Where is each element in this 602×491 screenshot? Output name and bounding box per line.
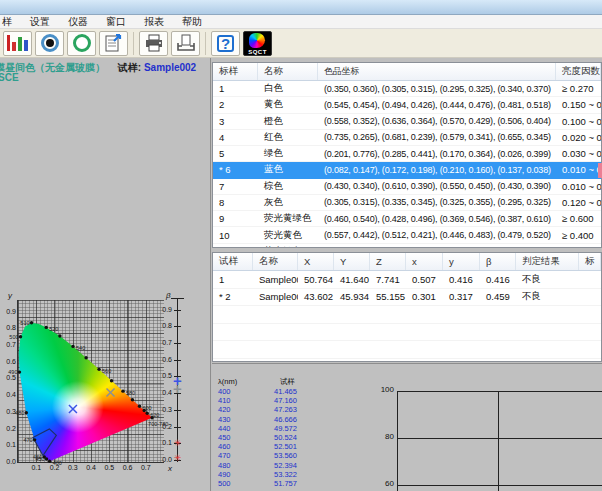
sample-cell bbox=[579, 271, 601, 288]
samples-col-header[interactable]: y bbox=[443, 253, 480, 270]
menu-item-3[interactable]: 窗口 bbox=[97, 15, 135, 29]
spectral-row: 41047.160 bbox=[212, 396, 362, 405]
standards-table-header: 标样名称色品坐标亮度因数 bbox=[213, 63, 601, 81]
wavelength-value: 450 bbox=[212, 433, 274, 442]
standards-table-row[interactable]: * 6蓝色(0.082, 0.147), (0.172, 0.198), (0.… bbox=[213, 162, 601, 178]
chart-view-button[interactable] bbox=[3, 31, 32, 56]
samples-col-header[interactable]: 判定结果 bbox=[516, 253, 579, 270]
menu-item-1[interactable]: 设置 bbox=[21, 15, 59, 29]
spectral-row: 44049.572 bbox=[212, 424, 362, 433]
cie-overlay: 4004504604704804905005105205405605806006… bbox=[18, 300, 164, 462]
samples-col-header[interactable]: 名称 bbox=[253, 253, 298, 270]
reflectance-value: 50.524 bbox=[274, 433, 297, 442]
save-output-button[interactable] bbox=[171, 31, 200, 56]
standards-table-row[interactable]: 2黄色(0.545, 0.454), (0.494, 0.426), (0.44… bbox=[213, 97, 601, 113]
standard-name: 荧光黄色 bbox=[258, 227, 318, 242]
standard-id: 10 bbox=[213, 227, 258, 242]
standard-factor: 0.150 ~ 0.450 bbox=[556, 97, 601, 112]
standard-factor: ≥ 0.200 bbox=[556, 244, 601, 248]
beta-tick-label: 0.8 bbox=[156, 322, 172, 329]
standard-id: 7 bbox=[213, 179, 258, 194]
menu-item-5[interactable]: 帮助 bbox=[173, 15, 211, 29]
cie-y-tick: 0.4 bbox=[1, 391, 16, 398]
measure-sample-button[interactable] bbox=[67, 31, 96, 56]
report-button[interactable] bbox=[99, 31, 128, 56]
beta-marker: ✳ bbox=[169, 453, 186, 463]
locus-dot-510 bbox=[30, 321, 33, 324]
standards-table-row[interactable]: 9荧光黄绿色(0.460, 0.540), (0.428, 0.496), (0… bbox=[213, 211, 601, 227]
sample-marker-Sample001 bbox=[107, 389, 115, 397]
samples-col-header[interactable]: 试样 bbox=[213, 253, 253, 270]
sample-cell: 0.459 bbox=[480, 289, 516, 306]
menu-item-2[interactable]: 仪器 bbox=[59, 15, 97, 29]
samples-col-header[interactable]: β bbox=[480, 253, 516, 270]
cie-y-tick: 0.6 bbox=[1, 358, 16, 365]
spectral-row: 50051.757 bbox=[212, 479, 362, 488]
standard-coords: (0.305, 0.315), (0.335, 0.345), (0.325, … bbox=[318, 195, 556, 210]
samples-table-header: 试样名称XYZxyβ判定结果标 bbox=[213, 253, 601, 271]
standards-table: 标样名称色品坐标亮度因数 1白色(0.350, 0.360), (0.305, … bbox=[212, 62, 602, 248]
samples-col-header[interactable]: X bbox=[298, 253, 334, 270]
gridline-60 bbox=[398, 485, 602, 486]
sqct-button[interactable]: SQCT bbox=[243, 31, 272, 56]
samples-empty-row bbox=[213, 359, 601, 363]
standards-table-row[interactable]: 3橙色(0.558, 0.352), (0.636, 0.364), (0.57… bbox=[213, 114, 601, 130]
samples-col-header[interactable]: Z bbox=[370, 253, 406, 270]
sample-cell: 不良 bbox=[516, 271, 579, 288]
standards-col-header[interactable]: 名称 bbox=[258, 63, 318, 80]
standard-id: * 6 bbox=[213, 162, 258, 177]
gridline-vertical bbox=[498, 391, 499, 491]
beta-tick-label: 0.7 bbox=[156, 339, 172, 346]
standards-col-header[interactable]: 标样 bbox=[213, 63, 258, 80]
standards-table-row[interactable]: 1白色(0.350, 0.360), (0.305, 0.315), (0.29… bbox=[213, 81, 601, 97]
reflectance-value: 52.501 bbox=[274, 442, 297, 451]
spectral-chart bbox=[397, 391, 602, 491]
standard-factor: 0.120 ~ 0.180 bbox=[556, 195, 601, 210]
cie-y-tick: 0.9 bbox=[1, 308, 16, 315]
beta-tick bbox=[174, 360, 181, 361]
wavelength-value: 490 bbox=[212, 470, 274, 479]
standards-table-row[interactable]: 8灰色(0.305, 0.315), (0.335, 0.345), (0.32… bbox=[213, 195, 601, 211]
reflectance-value: 52.394 bbox=[274, 461, 297, 470]
standard-name: 棕色 bbox=[258, 179, 318, 194]
locus-dot-600 bbox=[138, 405, 141, 408]
standard-factor: 0.010 ~ 0.090 bbox=[556, 179, 601, 194]
standards-table-row[interactable]: 5绿色(0.201, 0.776), (0.285, 0.441), (0.17… bbox=[213, 146, 601, 162]
cie-y-tick: 0.3 bbox=[1, 408, 16, 415]
menu-item-0[interactable]: 样 bbox=[0, 15, 21, 29]
sample-label: 试样: bbox=[118, 62, 141, 73]
samples-table-row[interactable]: * 2Sample00243.60245.93455.1550.3010.317… bbox=[213, 289, 601, 307]
measure-standard-button[interactable] bbox=[35, 31, 64, 56]
cie-y-tick: 0.2 bbox=[1, 425, 16, 432]
cie-y-tick: 0.1 bbox=[1, 441, 16, 448]
standard-name: 黄色 bbox=[258, 97, 318, 112]
menu-item-4[interactable]: 报表 bbox=[135, 15, 173, 29]
samples-col-header[interactable]: 标 bbox=[579, 253, 601, 270]
blue-tolerance-polygon bbox=[33, 429, 56, 456]
beta-tick bbox=[174, 427, 181, 428]
sample-cell: 0.416 bbox=[480, 271, 516, 288]
reflectance-value: 47.160 bbox=[274, 396, 297, 405]
locus-dot-540 bbox=[71, 345, 74, 348]
standards-table-row[interactable]: 4红色(0.735, 0.265), (0.681, 0.239), (0.57… bbox=[213, 130, 601, 146]
wavelength-value: 420 bbox=[212, 405, 274, 414]
samples-col-header[interactable]: x bbox=[406, 253, 443, 270]
standards-table-row[interactable]: 7棕色(0.430, 0.340), (0.610, 0.390), (0.55… bbox=[213, 179, 601, 195]
samples-col-header[interactable]: Y bbox=[334, 253, 370, 270]
sample-name[interactable]: Sample002 bbox=[144, 62, 196, 73]
spectral-row: 43046.666 bbox=[212, 415, 362, 424]
help-button[interactable]: ? bbox=[211, 31, 240, 56]
standards-col-header[interactable]: 色品坐标 bbox=[318, 63, 556, 80]
standard-coords: (0.645, 0.355), (0.595, 0.351), (0.535, … bbox=[318, 244, 556, 248]
locus-label-580: 580 bbox=[126, 390, 135, 396]
standard-coords: (0.430, 0.340), (0.610, 0.390), (0.550, … bbox=[318, 179, 556, 194]
samples-table-row[interactable]: 1Sample00150.76441.6407.7410.5070.4160.4… bbox=[213, 271, 601, 289]
print-button[interactable] bbox=[139, 31, 168, 56]
cie-x-tick: 0.2 bbox=[48, 464, 62, 471]
bar-chart-icon bbox=[7, 35, 28, 51]
sample-cell: 0.507 bbox=[406, 271, 443, 288]
standard-name: 荧光橙色 bbox=[258, 244, 318, 248]
standards-col-header[interactable]: 亮度因数 bbox=[556, 63, 601, 80]
standards-table-row[interactable]: 11荧光橙色(0.645, 0.355), (0.595, 0.351), (0… bbox=[213, 244, 601, 248]
standards-table-row[interactable]: 10荧光黄色(0.557, 0.442), (0.512, 0.421), (0… bbox=[213, 227, 601, 243]
